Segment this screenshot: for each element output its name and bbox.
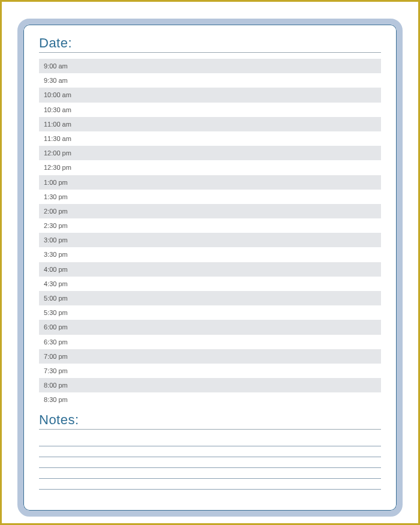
time-slot-row[interactable]: 2:30 pm [39, 218, 381, 233]
time-slot-row[interactable]: 3:30 pm [39, 247, 381, 262]
page-wrap: Date: 9:00 am9:30 am10:00 am10:30 am11:0… [2, 2, 418, 523]
time-slot-row[interactable]: 5:30 pm [39, 305, 381, 320]
notes-line[interactable] [39, 468, 381, 479]
time-slot-row[interactable]: 11:00 am [39, 117, 381, 131]
time-slot-row[interactable]: 10:00 am [39, 88, 381, 102]
time-slot-row[interactable]: 6:00 pm [39, 320, 381, 334]
time-slot-list: 9:00 am9:30 am10:00 am10:30 am11:00 am11… [39, 59, 381, 407]
time-slot-row[interactable]: 9:00 am [39, 59, 381, 73]
notes-line[interactable] [39, 457, 381, 468]
time-slot-row[interactable]: 4:00 pm [39, 262, 381, 277]
time-slot-row[interactable]: 4:30 pm [39, 277, 381, 291]
time-slot-row[interactable]: 6:30 pm [39, 335, 381, 349]
time-slot-row[interactable]: 5:00 pm [39, 291, 381, 305]
planner-card: Date: 9:00 am9:30 am10:00 am10:30 am11:0… [17, 19, 403, 517]
notes-line[interactable] [39, 446, 381, 457]
time-slot-row[interactable]: 8:00 pm [39, 378, 381, 392]
notes-line[interactable] [39, 479, 381, 490]
notes-line[interactable] [39, 436, 381, 446]
time-slot-row[interactable]: 9:30 am [39, 73, 381, 88]
date-heading: Date: [39, 35, 381, 51]
time-slot-row[interactable]: 1:00 pm [39, 175, 381, 190]
date-heading-rule [39, 52, 381, 53]
notes-section: Notes: [39, 412, 381, 490]
time-slot-row[interactable]: 1:30 pm [39, 190, 381, 204]
time-slot-row[interactable]: 11:30 am [39, 131, 381, 146]
time-slot-row[interactable]: 10:30 am [39, 103, 381, 117]
time-slot-row[interactable]: 7:00 pm [39, 349, 381, 364]
time-slot-row[interactable]: 12:00 pm [39, 146, 381, 160]
notes-lines [39, 436, 381, 490]
notes-heading: Notes: [39, 412, 381, 428]
notes-heading-rule [39, 429, 381, 430]
time-slot-row[interactable]: 8:30 pm [39, 392, 381, 407]
time-slot-row[interactable]: 12:30 pm [39, 160, 381, 175]
time-slot-row[interactable]: 2:00 pm [39, 204, 381, 218]
time-slot-row[interactable]: 3:00 pm [39, 233, 381, 247]
time-slot-row[interactable]: 7:30 pm [39, 364, 381, 378]
